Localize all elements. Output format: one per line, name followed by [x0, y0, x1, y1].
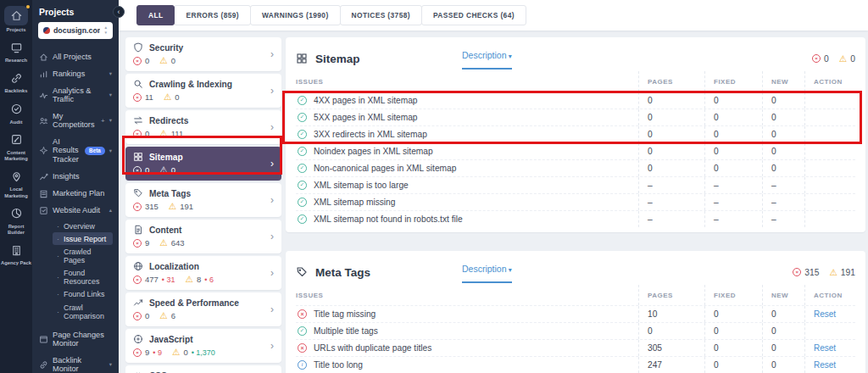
chevron-down-icon: ▾ — [109, 117, 112, 124]
issue-row[interactable]: Non-canonical pages in XML sitemap 0 0 0 — [296, 159, 855, 176]
sidebar-item-insights[interactable]: Insights — [38, 168, 113, 185]
status-icon — [298, 113, 307, 122]
issue-row[interactable]: XML sitemap not found in robots.txt file… — [296, 210, 855, 227]
pie-chart-icon — [6, 205, 26, 222]
sidebar-item-backlink-monitor[interactable]: Backlink Monitor ▾ — [38, 352, 113, 373]
warnings-count: 8 — [197, 275, 201, 284]
new-cell: 0 — [762, 357, 804, 373]
issue-row[interactable]: Title tag missing 10 0 0 Reset — [296, 305, 855, 322]
pages-cell: – — [638, 194, 704, 210]
tab-errors[interactable]: ERRORS (859) — [174, 5, 251, 25]
building-icon — [6, 242, 26, 259]
subitem-label: Crawl Comparison — [64, 303, 108, 320]
reset-link[interactable]: Reset — [814, 309, 836, 319]
warnings-icon: ⚠ — [169, 202, 176, 211]
issue-report-content: Security 0⚠0 › Crawling & Indexing 11⚠0 … — [119, 31, 868, 373]
tab-all[interactable]: ALL — [136, 5, 175, 25]
issue-row[interactable]: Title too long 247 0 0 Reset — [296, 356, 855, 373]
issue-row[interactable]: Multiple title tags 0 0 0 — [296, 322, 855, 339]
errors-icon — [133, 239, 142, 248]
rail-item-report-builder[interactable]: Report Builder — [1, 203, 32, 239]
category-card-speed-performance[interactable]: Speed & Performance 0⚠6 › — [125, 292, 281, 326]
map-pin-icon — [6, 168, 26, 185]
category-name: Crawling & Indexing — [149, 80, 232, 89]
competitors-icon — [39, 116, 48, 125]
project-selector[interactable]: docusign.com ▲▼ — [38, 22, 113, 39]
reset-link[interactable]: Reset — [814, 343, 836, 353]
category-card-security[interactable]: Security 0⚠0 › — [125, 37, 281, 71]
rail-item-audit[interactable]: Audit — [1, 98, 32, 129]
issue-row[interactable]: XML sitemap missing – – – — [296, 193, 855, 210]
sidebar-item-website-audit[interactable]: Website Audit ▴ — [38, 202, 113, 219]
sidebar-item-rankings[interactable]: Rankings ▾ — [38, 65, 113, 82]
issue-row[interactable]: URLs with duplicate page titles 305 0 0 … — [296, 339, 855, 356]
issue-row[interactable]: Noindex pages in XML sitemap 0 0 0 — [296, 142, 855, 159]
warnings-icon: ⚠ — [159, 311, 167, 320]
rail-item-backlinks[interactable]: Backlinks — [1, 67, 32, 97]
issue-row[interactable]: 5XX pages in XML sitemap 0 0 0 — [296, 109, 855, 125]
sidebar-item-label: Marketing Plan — [53, 189, 112, 198]
rail-item-research[interactable]: Research — [1, 36, 32, 67]
issue-row[interactable]: XML sitemap is too large – – – — [296, 176, 855, 193]
new-cell: – — [762, 194, 804, 210]
errors-count: 0 — [145, 56, 149, 65]
rail-item-content-marketing[interactable]: Content Marketing — [1, 129, 32, 165]
sidebar-item-my-competitors[interactable]: My Competitors + ▾ — [38, 108, 113, 133]
sidebar-collapse-button[interactable]: ‹ — [113, 6, 125, 18]
sidebar-item-label: Analytics & Traffic — [53, 86, 105, 104]
issue-name: XML sitemap not found in robots.txt file — [314, 214, 463, 224]
tab-notices[interactable]: NOTICES (3758) — [340, 5, 422, 25]
errors-icon — [812, 54, 821, 63]
issue-panels: Sitemap Description 0⚠0 ISSUES PAGES FIX… — [286, 37, 865, 373]
sidebar-subitem-overview[interactable]: Overview — [53, 220, 113, 232]
sidebar-subitem-found-links[interactable]: Found Links — [53, 288, 113, 301]
rail-item-projects[interactable]: Projects — [1, 3, 32, 36]
sidebar-item-ai-results-tracker[interactable]: AI Results Tracker Beta ▾ — [38, 133, 113, 168]
category-card-meta-tags[interactable]: Meta Tags 315⚠191 › — [125, 183, 281, 217]
sidebar-item-label: All Projects — [53, 53, 112, 62]
sidebar-item-all-projects[interactable]: All Projects — [38, 48, 113, 65]
description-toggle[interactable]: Description — [462, 50, 512, 60]
tab-passed-checks[interactable]: PASSED CHECKS (64) — [421, 5, 526, 25]
chevron-down-icon: ▾ — [109, 361, 112, 368]
status-icon — [298, 164, 307, 173]
category-card-crawling-indexing[interactable]: Crawling & Indexing 11⚠0 › — [125, 74, 281, 108]
sidebar-subitem-found-resources[interactable]: Found Resources — [53, 267, 113, 288]
reset-link[interactable]: Reset — [814, 360, 836, 370]
chevron-down-icon — [507, 50, 512, 60]
category-card-javascript[interactable]: JavaScript 99⚠01,370 › — [125, 329, 281, 363]
sidebar-subitem-issue-report[interactable]: Issue Report — [53, 232, 113, 245]
tag-icon — [133, 188, 143, 198]
sparkle-icon — [39, 146, 48, 155]
sidebar-subitem-crawled-pages[interactable]: Crawled Pages — [53, 245, 113, 266]
sidebar-item-marketing-plan[interactable]: Marketing Plan — [38, 185, 113, 202]
subitem-label: Overview — [64, 222, 95, 231]
sidebar-item-analytics-traffic[interactable]: Analytics & Traffic ▾ — [38, 82, 113, 108]
add-competitor-button[interactable]: + — [101, 117, 105, 125]
tab-warnings[interactable]: WARNINGS (1990) — [250, 5, 341, 25]
bar-chart-icon — [39, 70, 48, 79]
sidebar-subitem-crawl-comparison[interactable]: Crawl Comparison — [53, 301, 113, 322]
category-card-localization[interactable]: Localization 47731⚠86 › — [125, 256, 281, 290]
category-card-content[interactable]: Content 9⚠643 › — [125, 220, 281, 253]
pages-cell: 0 — [638, 92, 704, 109]
rail-item-local-marketing[interactable]: Local Marketing — [1, 165, 32, 202]
errors-delta: 31 — [162, 276, 175, 284]
rail-item-agency-pack[interactable]: Agency Pack — [1, 239, 32, 270]
chevron-down-icon — [507, 264, 512, 274]
category-card-redirects[interactable]: Redirects 0⚠111 › — [125, 110, 281, 144]
category-card-sitemap[interactable]: Sitemap 0⚠0 › — [125, 147, 281, 181]
sidebar-item-page-changes-monitor[interactable]: Page Changes Monitor — [38, 326, 113, 352]
status-icon — [298, 326, 307, 336]
fixed-cell: 0 — [704, 306, 762, 322]
chevron-right-icon: › — [270, 194, 274, 206]
tag-icon — [296, 266, 308, 278]
issue-row[interactable]: 3XX redirects in XML sitemap 0 0 0 — [296, 125, 855, 142]
new-cell: 0 — [762, 92, 804, 109]
issue-name: Multiple title tags — [314, 326, 378, 336]
issue-row[interactable]: 4XX pages in XML sitemap 0 0 0 — [296, 92, 855, 109]
category-card-css[interactable]: CSS 0⚠0923 › — [125, 365, 281, 373]
filter-tabbar: ALL ERRORS (859) WARNINGS (1990) NOTICES… — [119, 0, 868, 31]
description-toggle[interactable]: Description — [462, 264, 512, 274]
sidebar-item-label: AI Results Tracker — [53, 137, 81, 164]
